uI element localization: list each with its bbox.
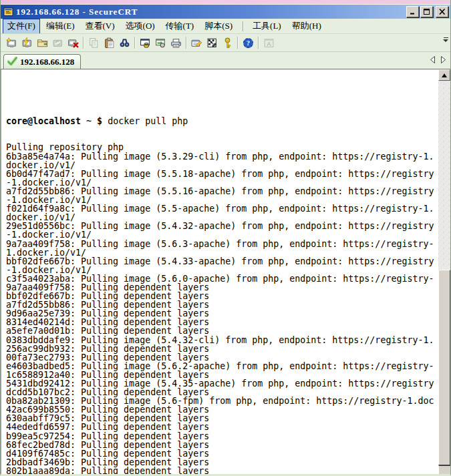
font-icon[interactable]: A — [261, 35, 277, 50]
scroll-up-icon — [442, 73, 447, 77]
toolbar-overflow-icon[interactable] — [443, 37, 448, 42]
svg-text:A: A — [267, 40, 271, 47]
terminal-line: 68fec2bed78d: Pulling dependent layers — [6, 441, 438, 449]
terminal-line: -1.docker.io/v1/ — [6, 230, 438, 239]
key-agent-icon[interactable] — [220, 35, 235, 50]
minimize-button[interactable] — [406, 6, 419, 17]
toolbar-separator — [258, 37, 259, 49]
toolbar: ? A — [1, 33, 450, 52]
maximize-icon — [424, 9, 430, 15]
help-icon[interactable]: ? — [241, 35, 256, 50]
paste-icon[interactable] — [102, 35, 117, 50]
prompt-user: core@localhost — [6, 116, 81, 126]
prompt-separator: ~ — [81, 116, 97, 126]
menu-item-transfer[interactable]: 传输(T) — [161, 19, 199, 34]
scroll-up-button[interactable] — [438, 69, 450, 81]
new-session-icon[interactable] — [4, 35, 19, 50]
window-title: 192.168.66.128 - SecureCRT — [16, 7, 405, 17]
terminal-line: Pulling repository php — [6, 143, 438, 152]
session-window-icon[interactable] — [138, 35, 153, 50]
prompt-line: core@localhost ~ $ docker pull php — [6, 117, 438, 126]
terminal-line: 1.docker.io/v1/ — [6, 248, 438, 257]
tab-label: 192.168.66.128 — [20, 57, 74, 67]
reconnect-icon[interactable] — [50, 35, 65, 50]
scrollbar-thumb[interactable] — [438, 270, 450, 467]
menu-separator — [243, 21, 244, 31]
terminal-line: 256ac99db932: Pulling dependent layers — [6, 344, 438, 353]
tab-scroll-left-icon[interactable] — [430, 55, 436, 64]
prompt-command: docker pull php — [108, 116, 188, 126]
securecrt-window: 192.168.66.128 - SecureCRT 文件(F)编辑(E)查看(… — [0, 0, 451, 476]
maximize-button[interactable] — [420, 6, 433, 17]
terminal-line: 44ededfd6597: Pulling dependent layers — [6, 423, 438, 431]
menu-item-view[interactable]: 查看(V) — [81, 19, 120, 34]
find-icon[interactable] — [117, 35, 132, 50]
terminal-line: bbf02dfe667b: Pulling image (5.4.33-apac… — [6, 257, 438, 266]
toolbar-separator — [186, 37, 187, 49]
terminal-line: c3f5a4023aba: Pulling image (5.6.0-apach… — [6, 274, 438, 283]
menu-item-help[interactable]: 帮助(H) — [287, 19, 326, 34]
menu-bar: 文件(F)编辑(E)查看(V)选项(O)传输(T)脚本(S)工具(L)帮助(H) — [1, 19, 450, 33]
title-bar[interactable]: 192.168.66.128 - SecureCRT — [1, 5, 450, 19]
toolbar-separator — [134, 37, 136, 49]
svg-text:?: ? — [247, 39, 250, 47]
prompt-symbol: $ — [97, 116, 108, 126]
terminal-line: 2bdbadf3469b: Pulling dependent layers — [6, 458, 438, 467]
copy-icon[interactable] — [86, 35, 102, 50]
terminal-output: core@localhost ~ $ docker pull php Pulli… — [1, 69, 438, 474]
terminal-line: -1.docker.io/v1/ — [6, 178, 438, 187]
connected-check-icon — [7, 56, 17, 68]
keymap-options-icon[interactable] — [204, 35, 220, 50]
terminal-line: -1.docker.io/v1/ — [6, 266, 438, 274]
session-tab[interactable]: 192.168.66.128 — [3, 54, 81, 69]
terminal[interactable]: core@localhost ~ $ docker pull php Pulli… — [1, 69, 450, 474]
tab-scroll-arrows — [430, 55, 446, 64]
disconnect-icon[interactable] — [65, 35, 81, 50]
terminal-line: e4603badbed5: Pulling image (5.6.2-apach… — [6, 362, 438, 371]
menu-item-file[interactable]: 文件(F) — [3, 19, 40, 34]
terminal-scrollbar[interactable] — [438, 69, 450, 474]
scroll-down-button[interactable] — [438, 465, 450, 474]
close-button[interactable] — [436, 6, 448, 17]
clone-session-icon[interactable] — [153, 35, 168, 50]
close-icon — [439, 9, 446, 15]
tab-scroll-right-icon[interactable] — [440, 55, 446, 64]
minimize-icon — [410, 9, 416, 15]
securecrt-app-icon — [3, 7, 14, 17]
terminal-line: 6b0d47f47ad7: Pulling image (5.5.18-apac… — [6, 170, 438, 178]
toolbar-separator — [83, 37, 84, 49]
menu-item-options[interactable]: 选项(O) — [121, 19, 160, 34]
terminal-line: a5efe7a0d01b: Pulling dependent layers — [6, 326, 438, 335]
terminal-line: b99ea5c97254: Pulling dependent layers — [6, 432, 438, 441]
terminal-line: 802b1aaa89da: Pulling dependent layers — [6, 467, 438, 474]
tab-bar: 192.168.66.128 — [1, 52, 450, 69]
menu-item-edit[interactable]: 编辑(E) — [41, 19, 80, 34]
terminal-line: 00fa73ec2793: Pulling dependent layers — [6, 353, 438, 362]
terminal-line: 0383dbddafe9: Pulling image (5.4.32-cli)… — [6, 336, 438, 344]
print-icon[interactable] — [168, 35, 184, 50]
toolbar-separator — [237, 37, 239, 49]
menu-item-tools[interactable]: 工具(L) — [248, 19, 286, 34]
terminal-line: 6b3a85e4a74a: Pulling image (5.3.29-cli)… — [6, 152, 438, 161]
background-window-strip — [1, 0, 450, 5]
session-options-icon[interactable] — [189, 35, 204, 50]
terminal-line: d4109f67485c: Pulling dependent layers — [6, 449, 438, 458]
terminal-line: docker.io/v1/ — [6, 161, 438, 170]
menu-item-script[interactable]: 脚本(S) — [200, 19, 237, 34]
connect-icon[interactable] — [35, 35, 50, 50]
quick-connect-icon[interactable] — [19, 35, 35, 50]
terminal-line: 9a7aa409f758: Pulling image (5.6.3-apach… — [6, 240, 438, 248]
